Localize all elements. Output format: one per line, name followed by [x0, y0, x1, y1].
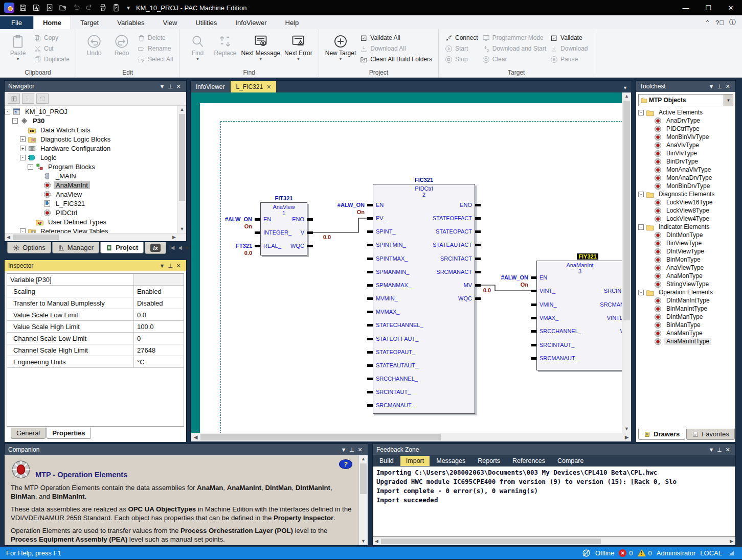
navigator-horizontal-scrollbar[interactable]: ◀ ▶ [5, 233, 186, 241]
toolchest-item[interactable]: LockView8Type [636, 206, 735, 215]
pin-stub[interactable] [255, 245, 260, 247]
collapse-expander-icon[interactable]: - [20, 228, 26, 234]
toolchest-group[interactable]: -Operation Elements [636, 288, 735, 296]
pin-stub[interactable] [531, 276, 536, 279]
drawer-select[interactable]: MTP Objects ▼ [638, 94, 733, 106]
pause-button[interactable]: Pause [550, 55, 588, 64]
inspector-close-icon[interactable]: ✕ [174, 263, 183, 269]
resize-grip[interactable] [729, 550, 734, 555]
open-folder-icon[interactable] [57, 2, 69, 13]
output-pin-eno[interactable]: ENO [263, 216, 304, 222]
copy-button[interactable]: Copy [34, 33, 70, 42]
navigator-tree-item[interactable]: -KM_10_PROJ [5, 107, 178, 116]
input-pin-vmin[interactable]: VMIN_ [539, 301, 557, 308]
input-pin-srcintaut[interactable]: SRCINTAUT_ [539, 342, 574, 348]
pin-stub[interactable] [475, 258, 481, 260]
nav-view-grid-icon[interactable] [36, 94, 49, 104]
input-pin-spmanmax[interactable]: SPMANMAX_ [376, 282, 411, 288]
qat-customize-icon[interactable]: ▼ [126, 5, 131, 11]
undo-icon[interactable] [71, 2, 82, 13]
print-icon[interactable] [97, 2, 108, 13]
navigator-tree-item[interactable]: -Program Blocks [5, 162, 178, 171]
close-tab-icon[interactable]: ✕ [266, 84, 271, 90]
start-button[interactable]: Start [445, 44, 478, 53]
next-message-button[interactable]: Next Message ▼ [239, 32, 282, 62]
companion-menu-icon[interactable]: ▼ [340, 447, 348, 453]
collapse-expander-icon[interactable]: - [638, 290, 644, 295]
feedback-tab-compare[interactable]: Compare [552, 456, 589, 466]
toolchest-item[interactable]: BinMonType [636, 255, 735, 264]
pin-stub[interactable] [255, 218, 260, 221]
navigator-close-icon[interactable]: ✕ [174, 83, 183, 90]
output-pin-v[interactable]: V [263, 229, 304, 236]
feedback-menu-icon[interactable]: ▼ [707, 447, 715, 453]
pin-stub[interactable] [367, 217, 373, 220]
tab-favorites[interactable]: Favorites [686, 429, 734, 440]
companion-scrollbar[interactable]: ▲ ▼ [358, 455, 368, 545]
companion-pin-icon[interactable]: ⊥ [348, 447, 356, 453]
output-pin-wqc[interactable]: WQC [263, 243, 304, 249]
info-icon[interactable]: ⓘ [729, 18, 736, 27]
operand-name[interactable]: #ALW_ON [204, 216, 252, 222]
tab-drawers[interactable]: Drawers [638, 429, 685, 440]
collapse-expander-icon[interactable]: - [638, 224, 644, 230]
block-tag[interactable]: FIC321 [373, 177, 475, 183]
operand-name[interactable]: #ALW_ON [317, 202, 365, 208]
inspector-row[interactable]: Channel Scale Low Limit0 [7, 333, 184, 344]
input-pin-vmax[interactable]: VMAX_ [539, 315, 558, 321]
output-pin-srcmanact[interactable]: SRCMANACT [595, 301, 623, 308]
input-pin-stateautaut[interactable]: STATEAUTAUT_ [376, 362, 418, 368]
navigator-tree-item[interactable]: AnaManInt [5, 180, 178, 190]
navigator-tree-item[interactable]: AnaView [5, 190, 178, 199]
clean-all-build-folders-button[interactable]: Clean All Build Folders [360, 55, 432, 64]
fbd-canvas[interactable]: FIT321AnaView1ENINTEGER_REAL_ENOVWQCFIC3… [191, 92, 631, 433]
feedback-tab-import[interactable]: Import [400, 456, 430, 466]
toolchest-item[interactable]: MonBinVlvType [636, 133, 735, 141]
pin-stub[interactable] [475, 217, 481, 220]
delete-button[interactable]: Delete [138, 33, 173, 42]
menu-utilities[interactable]: Utilities [186, 16, 226, 29]
drawer-dropdown-icon[interactable]: ▼ [724, 95, 733, 106]
companion-help-icon[interactable]: ? [339, 459, 352, 469]
pin-stub[interactable] [367, 324, 373, 326]
collapse-expander-icon[interactable]: - [28, 164, 33, 170]
output-pin-srcintact[interactable]: SRCINTACT [595, 288, 623, 294]
toolchest-group[interactable]: -Active Elements [636, 108, 735, 116]
input-pin-mvmin[interactable]: MVMIN_ [376, 295, 398, 301]
input-pin-spintmin[interactable]: SPINTMIN_ [376, 242, 406, 248]
download-button[interactable]: Download [550, 44, 588, 53]
menu-file[interactable]: File [0, 16, 33, 29]
save-icon[interactable] [17, 2, 29, 13]
validate-clipboard-icon[interactable] [110, 2, 122, 13]
inspector-pin-icon[interactable]: ⊥ [166, 263, 174, 269]
block-tag[interactable]: FIT321 [260, 195, 307, 201]
output-pin-eno[interactable]: ENO [431, 202, 472, 208]
input-pin-pv[interactable]: PV_ [376, 215, 387, 221]
inspector-row[interactable]: Value Scale High Limit100.0 [7, 321, 184, 333]
toolchest-item[interactable]: AnaDrvType [636, 116, 735, 125]
navigator-tree-item[interactable]: PIDCtrl [5, 208, 178, 217]
pin-stub[interactable] [307, 245, 313, 247]
output-pin-vinteger[interactable]: VINTEGER [595, 315, 623, 321]
undo-button[interactable]: Undo [80, 32, 108, 58]
navigator-tree-item[interactable]: -Reference View Tables [5, 226, 178, 233]
input-pin-srcchannel[interactable]: SRCCHANNEL_ [539, 328, 581, 334]
pin-stub[interactable] [255, 231, 260, 234]
clear-button[interactable]: Clear [482, 55, 546, 64]
toolchest-item[interactable]: AnaVlvType [636, 141, 735, 149]
download-all-button[interactable]: Download All [360, 44, 432, 53]
output-pin-stateautact[interactable]: STATEAUTACT [431, 242, 472, 248]
navigator-tree-item[interactable]: _MAIN [5, 171, 178, 180]
pin-stub[interactable] [367, 244, 373, 246]
feedback-tab-build[interactable]: Build [374, 456, 399, 466]
pin-stub[interactable] [367, 391, 373, 393]
pin-stub[interactable] [367, 271, 373, 273]
programmer-mode-button[interactable]: Programmer Mode [482, 33, 546, 42]
toolchest-item[interactable]: BinVlvType [636, 149, 735, 157]
output-pin-vout[interactable]: VOUT [595, 328, 623, 334]
toolchest-item[interactable]: DIntManType [636, 313, 735, 321]
input-pin-stateopaut[interactable]: STATEOPAUT_ [376, 349, 415, 355]
pin-stub[interactable] [531, 290, 536, 292]
inspector-row[interactable]: Engineering Units°C [7, 356, 184, 368]
collapse-expander-icon[interactable]: - [20, 155, 26, 160]
